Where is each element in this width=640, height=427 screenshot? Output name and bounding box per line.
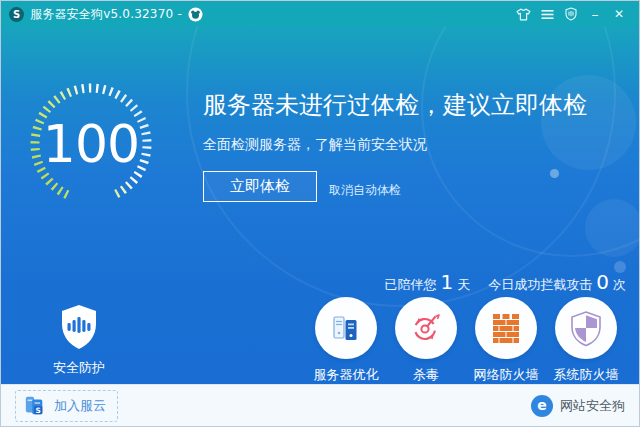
main-menu-icon[interactable] [535, 3, 559, 25]
feature-label: 服务器优化 [314, 366, 379, 384]
blocked-prefix: 今日成功拦截攻击 [488, 276, 592, 294]
feature-antivirus[interactable]: 杀毒 [390, 297, 462, 384]
feature-label: 杀毒 [413, 366, 439, 384]
server-optimize-icon [329, 311, 363, 345]
website-safedog-link[interactable]: e 网站安全狗 [531, 395, 625, 417]
accompany-days-value: 1 [441, 270, 454, 294]
protection-shield-icon [59, 304, 99, 350]
stats-row: 已陪伴您 1 天 今日成功拦截攻击 0 次 [385, 270, 626, 294]
titlebar: S 服务器安全狗v5.0.32370 - [1, 1, 639, 27]
feature-label: 网络防火墙 [474, 366, 539, 384]
accompany-prefix: 已陪伴您 [385, 276, 437, 294]
join-cloud-button[interactable]: S 加入服云 [15, 390, 118, 422]
footer-bar: S 加入服云 e 网站安全狗 [1, 384, 639, 426]
join-cloud-server-icon: S [23, 395, 47, 417]
cancel-auto-check-link[interactable]: 取消自动体检 [329, 182, 401, 199]
main-area: 100 服务器未进行过体检，建议立即体检 全面检测服务器，了解当前安全状况 立即… [1, 27, 639, 386]
join-cloud-label: 加入服云 [54, 397, 106, 415]
network-firewall-icon [489, 313, 523, 344]
page-subtitle: 全面检测服务器，了解当前安全状况 [203, 136, 587, 154]
system-firewall-icon [569, 310, 603, 347]
page-title: 服务器未进行过体检，建议立即体检 [203, 91, 587, 120]
health-score-gauge: 100 [26, 79, 156, 209]
antivirus-icon [409, 311, 443, 345]
feature-label: 系统防火墙 [554, 366, 619, 384]
app-window: S 服务器安全狗v5.0.32370 - [0, 0, 640, 427]
shield-status-icon[interactable] [559, 3, 583, 25]
feature-system-firewall[interactable]: 系统防火墙 [550, 297, 622, 384]
feature-network-firewall[interactable]: 网络防火墙 [470, 297, 542, 384]
protection-label: 安全防护 [49, 359, 109, 377]
blocked-count-value: 0 [596, 270, 609, 294]
website-safedog-icon: e [531, 395, 553, 417]
app-logo-icon: S [9, 7, 24, 22]
blocked-unit: 次 [613, 276, 626, 294]
security-protection-item[interactable]: 安全防护 [49, 304, 109, 377]
accompany-unit: 天 [457, 276, 470, 294]
dog-badge-icon[interactable] [188, 7, 203, 22]
feature-server-optimize[interactable]: 服务器优化 [310, 297, 382, 384]
skin-theme-icon[interactable] [511, 3, 535, 25]
window-title: 服务器安全狗v5.0.32370 - [30, 6, 182, 23]
check-now-button[interactable]: 立即体检 [203, 171, 317, 202]
feature-shortcuts: 服务器优化 杀毒 [310, 297, 622, 384]
close-button[interactable]: ✕ [607, 3, 631, 25]
health-score-value: 100 [26, 79, 156, 209]
svg-text:S: S [36, 405, 41, 414]
minimize-button[interactable]: – [583, 3, 607, 25]
decor-bubble [585, 199, 639, 257]
website-safedog-label: 网站安全狗 [560, 397, 625, 415]
